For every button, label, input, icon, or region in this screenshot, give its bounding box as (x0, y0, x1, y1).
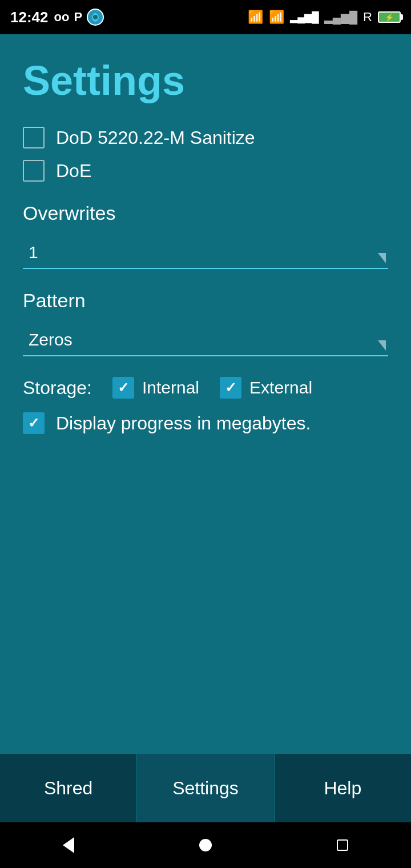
external-label: External (249, 378, 312, 397)
main-content: Settings DoD 5220.22-M Sanitize DoE Over… (0, 34, 411, 754)
overwrites-dropdown-arrow (378, 253, 386, 263)
app-icon (87, 9, 104, 26)
external-checkbox[interactable] (220, 377, 241, 399)
internal-checkbox[interactable] (112, 377, 134, 399)
status-left: 12:42 oo P (10, 9, 104, 26)
r-label: R (363, 10, 372, 25)
signal-icon: ▂▄▆█ (290, 11, 319, 23)
page-title: Settings (23, 57, 388, 104)
voicemail-icon: oo (54, 10, 70, 25)
overwrites-label: Overwrites (23, 202, 388, 224)
wifi-icon: 📶 (269, 10, 284, 25)
pattern-dropdown-arrow (378, 340, 386, 351)
internal-label: Internal (142, 378, 199, 397)
android-nav-bar (0, 822, 411, 868)
signal-r-icon: ▂▄▆█ (324, 10, 357, 24)
battery-icon: ⚡ (378, 11, 401, 23)
recents-button[interactable] (337, 839, 348, 851)
status-right: 📶 📶 ▂▄▆█ ▂▄▆█ R ⚡ (248, 10, 401, 25)
internal-storage-option[interactable]: Internal (112, 377, 199, 399)
overwrites-dropdown[interactable]: 1 (23, 236, 388, 269)
dod-checkbox-row[interactable]: DoD 5220.22-M Sanitize (23, 127, 388, 148)
nav-settings[interactable]: Settings (137, 754, 274, 822)
nav-shred[interactable]: Shred (0, 754, 137, 822)
pattern-dropdown[interactable]: Zeros (23, 323, 388, 356)
status-icons-left: oo P (54, 9, 104, 26)
back-button[interactable] (63, 837, 74, 853)
dod-label: DoD 5220.22-M Sanitize (56, 127, 255, 148)
display-progress-checkbox[interactable] (23, 412, 45, 434)
storage-label: Storage: (23, 377, 92, 399)
overwrites-value: 1 (29, 243, 38, 262)
storage-row: Storage: Internal External (23, 377, 388, 399)
bottom-nav: Shred Settings Help (0, 754, 411, 822)
nav-help[interactable]: Help (275, 754, 411, 822)
external-storage-option[interactable]: External (220, 377, 312, 399)
home-button[interactable] (199, 839, 212, 851)
display-progress-label: Display progress in megabytes. (56, 413, 311, 434)
display-progress-row[interactable]: Display progress in megabytes. (23, 412, 388, 434)
bluetooth-icon: 📶 (248, 10, 263, 25)
doe-checkbox[interactable] (23, 160, 45, 182)
dod-checkbox[interactable] (23, 127, 45, 148)
svg-point-1 (93, 15, 98, 19)
pattern-value: Zeros (29, 330, 72, 349)
status-time: 12:42 (10, 9, 49, 26)
pattern-label: Pattern (23, 290, 388, 312)
status-bar: 12:42 oo P 📶 📶 ▂▄▆█ ▂▄▆█ R ⚡ (0, 0, 411, 34)
doe-checkbox-row[interactable]: DoE (23, 160, 388, 182)
doe-label: DoE (56, 160, 91, 182)
parking-icon: P (74, 10, 82, 25)
